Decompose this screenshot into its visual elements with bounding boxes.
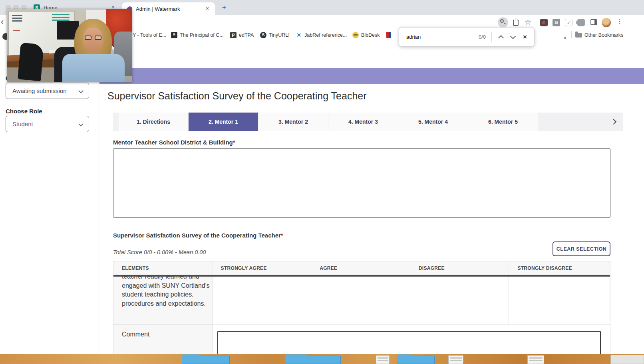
comment-label: Comment [113,324,213,354]
tab-title: Admin | Watermark [132,6,204,12]
desktop-document-icon[interactable] [376,355,390,364]
total-score-text: Total Score 0/0 - 0.00% - Mean 0.00 [113,249,206,255]
bookmark-label: BibDesk [361,32,380,38]
tab-directions[interactable]: 1. Directions [119,113,189,131]
district-label-text: Mentor Teacher School District & Buildin… [113,139,233,146]
browser-menu-icon[interactable]: ⋮ [616,18,623,25]
glasses-lens [85,36,91,40]
role-dropdown-value: Student [12,121,79,127]
district-field-label: Mentor Teacher School District & Buildin… [113,139,235,146]
magnifier-glyph [500,19,504,23]
chevron-right-icon[interactable] [612,120,616,124]
bookmark-tinyurl[interactable]: S TinyURL! [260,29,290,41]
required-marker: * [233,139,235,146]
glasses-lens [95,36,101,40]
main-content: Supervisor Satisfaction Survey of the Co… [99,41,644,354]
rating-cell-strongly-agree[interactable] [213,277,312,324]
find-previous-icon[interactable] [497,33,505,42]
purple-banner [99,68,644,84]
bookmark-label: Y - Tools of E... [133,32,166,38]
header-strongly-agree: STRONGLY AGREE [213,261,312,275]
webcam-chair [18,43,44,81]
bookmark-favicon-flag-icon [386,32,391,38]
element-text-cell: teacher readily learned and engaged with… [113,277,213,324]
tab-mentor-4[interactable]: 5. Mentor 4 [398,113,468,131]
extension-pin-icon[interactable] [540,19,548,26]
clear-selection-button[interactable]: CLEAR SELECTION [553,241,610,256]
back-icon[interactable]: ‹ [1,17,4,27]
role-dropdown[interactable]: Student [6,116,89,132]
other-bookmarks-button[interactable]: Other Bookmarks [575,29,623,41]
district-textarea[interactable] [113,148,610,218]
webcam-person-shirt [62,54,125,82]
rating-table-header: ELEMENTS STRONGLY AGREE AGREE DISAGREE S… [113,261,610,275]
desktop-folder-icon[interactable] [285,356,341,364]
bookmark-favicon-p-icon: P [230,32,237,38]
bookmark-favicon-bird-icon: ✕ [296,32,302,38]
status-dropdown-value: Awaiting submission [12,87,79,94]
chevron-down-icon [79,122,83,126]
screen: S Home × Admin | Watermark × + rarchy#/h… [0,0,644,364]
rating-table: ELEMENTS STRONGLY AGREE AGREE DISAGREE S… [113,261,610,354]
steps-tail [538,113,623,131]
required-marker: * [281,232,283,239]
folder-icon [575,33,582,38]
bookmark-label: The Principal of C... [180,32,224,38]
bookmark-jabref[interactable]: ✕ JabRef reference... [296,29,347,41]
find-in-page-icon[interactable] [498,17,508,28]
tab-mentor-5[interactable]: 6. Mentor 5 [468,113,538,131]
browser-tab-admin-watermark[interactable]: Admin | Watermark × [122,2,215,15]
desktop-document-icon[interactable] [448,355,463,364]
desktop-folder-icon[interactable] [182,356,230,364]
profile-avatar[interactable] [602,18,611,27]
desktop-document-icon[interactable] [527,355,544,364]
element-text: teacher readily learned and engaged with… [122,277,210,308]
bookmark-edtpa[interactable]: P edTPA [230,29,254,41]
share-icon[interactable] [513,20,519,26]
bookmark-label: edTPA [239,32,254,38]
bookmark-tools[interactable]: Y - Tools of E... [133,29,166,41]
steps-leading-gap [113,113,119,131]
side-panel-icon[interactable] [590,19,597,25]
tab-mentor-2[interactable]: 3. Mentor 2 [258,113,328,131]
find-next-icon[interactable] [509,33,517,42]
bookmark-partial[interactable] [386,29,391,41]
page-title: Supervisor Satisfaction Survey of the Co… [107,90,367,102]
extensions-puzzle-icon[interactable] [577,19,585,26]
whiteboard-marks [13,30,20,31]
bookmark-principal[interactable]: The Principal of C... [171,29,224,41]
rating-cell-agree[interactable] [311,277,410,324]
find-input[interactable] [406,34,466,40]
whiteboard-marks [12,15,22,16]
desktop-window-corner [610,355,644,364]
section-label-text: Supervisor Satisfaction Survey of the Co… [113,232,281,239]
tab-mentor-3[interactable]: 4. Mentor 3 [328,113,398,131]
bookmarks-divider [571,31,572,38]
extension-g-icon[interactable]: G [553,19,560,26]
find-divider [491,32,492,42]
new-tab-button[interactable]: + [219,3,229,13]
header-elements: ELEMENTS [113,261,213,275]
header-strongly-disagree: STRONGLY DISAGREE [509,261,610,275]
status-dropdown[interactable]: Awaiting submission [6,83,89,99]
tab-close-icon[interactable]: × [204,5,211,12]
survey-step-tabs: 1. Directions 2. Mentor 1 3. Mentor 2 4.… [113,113,623,131]
bookmark-star-icon[interactable]: ☆ [525,18,533,26]
table-row: teacher readily learned and engaged with… [113,277,610,324]
bookmark-favicon-photo-icon [171,32,177,38]
comment-row: Comment [113,324,610,354]
header-agree: AGREE [311,261,410,275]
extension-check-icon[interactable]: ✓ [565,19,572,26]
find-close-icon[interactable]: × [521,33,529,42]
rating-cell-strongly-disagree[interactable] [509,277,610,324]
desktop-strip [0,354,644,364]
header-disagree: DISAGREE [410,261,509,275]
bookmark-bibdesk[interactable]: BibDesk [352,29,380,41]
find-bar: 0/0 × [399,27,535,47]
rating-cell-disagree[interactable] [410,277,509,324]
webcam-person-glasses [85,36,101,40]
find-match-count: 0/0 [479,34,486,40]
tab-mentor-1[interactable]: 2. Mentor 1 [189,113,258,131]
bookmark-label: TinyURL! [269,32,290,38]
desktop-folder-icon[interactable] [397,356,435,364]
